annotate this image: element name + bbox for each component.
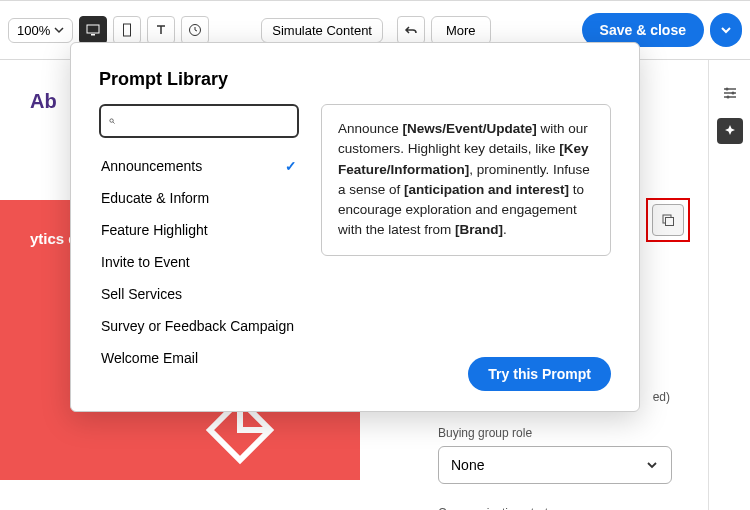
prompt-search[interactable] (99, 104, 299, 138)
svg-rect-0 (87, 25, 99, 33)
prompt-item-label: Sell Services (101, 286, 182, 302)
prompt-item[interactable]: Educate & Inform (99, 182, 299, 214)
text-button[interactable] (147, 16, 175, 44)
svg-rect-2 (124, 24, 131, 36)
search-icon (109, 114, 115, 128)
prompt-library-modal: Prompt Library Announcements✓Educate & I… (70, 42, 640, 412)
prompt-item-label: Survey or Feedback Campaign (101, 318, 294, 334)
desktop-icon (86, 24, 100, 36)
undo-icon (404, 24, 418, 36)
preview-placeholder: [anticipation and interest] (404, 182, 569, 197)
zoom-value: 100% (17, 23, 50, 38)
prompt-item[interactable]: Invite to Event (99, 246, 299, 278)
clock-icon (188, 23, 202, 37)
preview-placeholder: [Key Feature/Information] (338, 141, 589, 176)
chevron-down-icon (54, 25, 64, 35)
chevron-down-icon (720, 24, 732, 36)
text-icon (155, 24, 167, 36)
prompt-item[interactable]: Feature Highlight (99, 214, 299, 246)
svg-point-9 (110, 119, 113, 122)
copy-button[interactable] (652, 204, 684, 236)
save-dropdown-button[interactable] (710, 13, 742, 47)
buying-group-label: Buying group role (438, 426, 690, 440)
check-icon: ✓ (285, 158, 297, 174)
mobile-icon (122, 23, 132, 37)
try-prompt-button[interactable]: Try this Prompt (468, 357, 611, 391)
settings-rail-button[interactable] (717, 80, 743, 106)
right-rail (708, 60, 750, 510)
prompt-item-label: Announcements (101, 158, 202, 174)
prompt-item-label: Educate & Inform (101, 190, 209, 206)
device-desktop-button[interactable] (79, 16, 107, 44)
svg-point-6 (726, 96, 729, 99)
buying-group-value: None (451, 457, 484, 473)
copy-highlight (646, 198, 690, 242)
search-input[interactable] (121, 114, 289, 129)
undo-button[interactable] (397, 16, 425, 44)
modal-title: Prompt Library (99, 69, 611, 90)
sparkle-icon (722, 123, 738, 139)
svg-rect-1 (91, 34, 95, 36)
device-mobile-button[interactable] (113, 16, 141, 44)
prompt-preview: Announce [News/Event/Update] with our cu… (321, 104, 611, 256)
prompt-item[interactable]: Announcements✓ (99, 150, 299, 182)
prompt-item-label: Feature Highlight (101, 222, 208, 238)
preview-placeholder: [Brand] (455, 222, 503, 237)
svg-rect-8 (666, 218, 674, 226)
sliders-icon (721, 84, 739, 102)
clock-button[interactable] (181, 16, 209, 44)
more-button[interactable]: More (431, 16, 491, 45)
prompt-item-label: Welcome Email (101, 350, 198, 366)
svg-point-5 (731, 92, 734, 95)
prompt-item-label: Invite to Event (101, 254, 190, 270)
preview-placeholder: [News/Event/Update] (403, 121, 537, 136)
ai-rail-button[interactable] (717, 118, 743, 144)
copy-icon (660, 212, 676, 228)
svg-point-4 (725, 88, 728, 91)
buying-group-select[interactable]: None (438, 446, 672, 484)
chevron-down-icon (645, 458, 659, 472)
simulate-content-button[interactable]: Simulate Content (261, 18, 383, 43)
comm-strategy-label: Communication strategy (438, 506, 690, 510)
zoom-selector[interactable]: 100% (8, 18, 73, 43)
prompt-list: Announcements✓Educate & InformFeature Hi… (99, 150, 299, 374)
prompt-item[interactable]: Survey or Feedback Campaign (99, 310, 299, 342)
prompt-item[interactable]: Sell Services (99, 278, 299, 310)
prompt-item[interactable]: Welcome Email (99, 342, 299, 374)
